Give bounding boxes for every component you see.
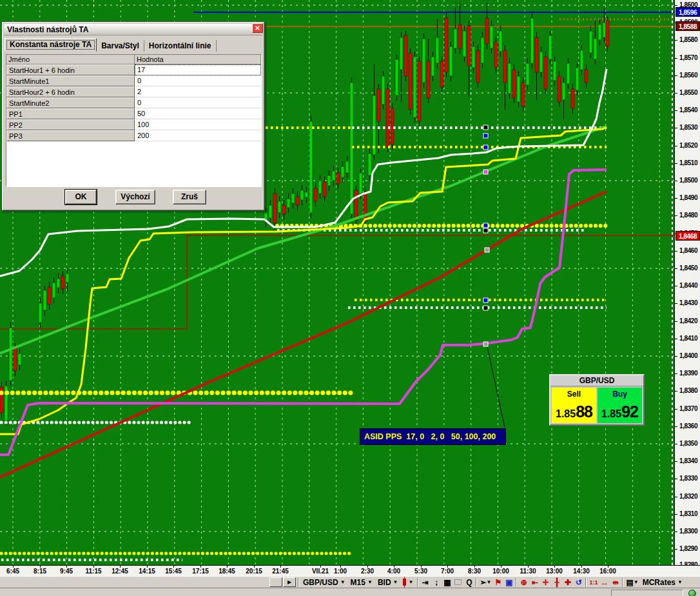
selection-handle (483, 306, 488, 310)
candle-body (305, 192, 308, 197)
candle-body (499, 31, 502, 52)
candle-body (544, 57, 547, 89)
price-label: 1,8550 (679, 89, 697, 96)
rates-source-dropdown[interactable]: MCRates▼ (640, 578, 685, 587)
param-name-cell: StartHour2 + 6 hodin (6, 86, 135, 97)
candle-body (481, 37, 484, 63)
page-setup-icon[interactable]: ▤▼ (625, 577, 639, 588)
time-label: 9:45 (60, 568, 73, 575)
scroll-blank-button[interactable] (269, 577, 282, 587)
candle-body (530, 18, 534, 63)
param-name-cell: StartMinute1 (6, 75, 135, 86)
chart-style-dropdown[interactable]: ▼ (400, 579, 416, 586)
arrows-expand-icon[interactable]: ↔ (599, 577, 610, 588)
timeframe-dropdown[interactable]: M15▼ (348, 578, 375, 587)
dialog-titlebar[interactable]: Vlastnosti nástrojů TA (4, 24, 262, 35)
symbol-dropdown[interactable]: GBP/USD▼ (300, 578, 348, 587)
buy-button[interactable]: Buy 1.8592 (598, 388, 642, 423)
candle-body (458, 25, 462, 48)
param-value-field[interactable]: 17 (135, 65, 261, 75)
param-value-field[interactable]: 200 (135, 130, 261, 141)
candle-body (39, 303, 42, 323)
crosshair-icon[interactable]: ✛ (540, 577, 551, 588)
selection-handle (483, 228, 488, 233)
buy-label: Buy (598, 388, 642, 399)
candle-body (427, 61, 430, 98)
param-value-field[interactable]: 100 (135, 119, 261, 130)
param-value-field[interactable]: 2 (135, 86, 261, 97)
time-label: 8:30 (468, 568, 481, 575)
price-highlight-badge: 1,8596 (676, 7, 700, 17)
candle-body (327, 175, 331, 186)
param-value-field[interactable]: 50 (135, 108, 261, 119)
param-value-field[interactable]: 0 (135, 75, 261, 86)
sell-button[interactable]: Sell 1.8588 (552, 388, 596, 423)
quote-symbol: GBP/USD (550, 375, 643, 386)
candle-body (318, 181, 322, 194)
plus-red-icon[interactable]: ✚ (562, 577, 573, 588)
candle-body (553, 61, 556, 81)
axis-tick (675, 391, 677, 392)
candle-body (431, 57, 434, 76)
param-value-field[interactable]: 0 (135, 97, 261, 108)
candle-body (517, 76, 520, 102)
fit-height-icon[interactable]: ↨ (431, 577, 442, 588)
price-type-dropdown-label: BID (378, 578, 391, 587)
default-button[interactable]: Výchozí (115, 190, 155, 204)
axis-tick (675, 5, 677, 6)
candle-body (422, 39, 425, 83)
time-label: 11:15 (85, 568, 101, 575)
marquee-icon[interactable] (452, 577, 463, 588)
arrows-contract-icon[interactable]: ⇹ (610, 577, 621, 588)
candle-body (341, 166, 344, 177)
zoom-in-icon[interactable]: ⊕ (518, 577, 529, 588)
scroll-forward-button[interactable]: ▶ (283, 577, 296, 587)
price-label: 1,8400 (679, 352, 697, 359)
buy-price: 1.8592 (598, 402, 642, 421)
pointer-icon[interactable]: ➢▼ (478, 577, 492, 588)
quote-q-icon[interactable]: Q (463, 577, 474, 588)
candle-body (278, 201, 281, 213)
candle-body (409, 53, 412, 110)
pin-icon[interactable]: ⚑ (492, 577, 503, 588)
tab-konstanta-n-stroje-ta[interactable]: Konstanta nástroje TA (5, 38, 97, 52)
time-label: 13:00 (546, 568, 563, 575)
candle-body (445, 18, 448, 72)
layout-squares-icon[interactable]: ▣ (503, 577, 514, 588)
ok-button[interactable]: OK (65, 190, 97, 204)
price-axis: 1,86001,85901,85801,85701,85601,85501,85… (674, 0, 700, 565)
param-name-cell: StartMinute2 (6, 97, 135, 108)
candle-body (535, 37, 538, 72)
double-crosshair-icon[interactable]: ╂ (551, 577, 562, 588)
price-label: 1,8300 (679, 528, 697, 535)
bottom-toolbar: ▶ GBP/USD▼ M15▼ BID▼ ▼ ⇥↨▦Q➢▼⚑▣⊕⇤✛╂✚↺1:1… (0, 576, 700, 588)
candle-body (567, 63, 570, 84)
rotate-icon[interactable]: ↺ (573, 577, 584, 588)
tab-barva-styl[interactable]: Barva/Styl (97, 40, 144, 52)
grid-icon[interactable]: ▦ (442, 577, 452, 588)
candle-body (345, 161, 349, 173)
candle-body (287, 199, 290, 208)
candle-body (476, 50, 480, 83)
axis-tick (675, 215, 677, 216)
zoom-fit-icon[interactable]: ⇤ (529, 577, 540, 588)
tab-horizont-ln-linie[interactable]: Horizontální linie (144, 40, 217, 52)
candle-body (355, 190, 358, 221)
cancel-button[interactable]: Zruš (173, 190, 206, 204)
candle-body (291, 194, 295, 203)
price-label: 1,8410 (679, 335, 697, 342)
one-to-one-icon[interactable]: 1:1 (588, 577, 599, 588)
column-header-value: Hodnota (135, 55, 261, 65)
candle-body (521, 83, 525, 106)
candle-body (418, 61, 421, 121)
candle-body (436, 37, 439, 63)
time-label: 6:45 (6, 568, 19, 575)
close-icon[interactable]: ✕ (252, 23, 263, 33)
price-label: 1,8380 (679, 387, 697, 394)
goto-end-icon[interactable]: ⇥ (420, 577, 431, 588)
price-type-dropdown[interactable]: BID▼ (375, 578, 401, 587)
toolbar-separator (417, 578, 418, 587)
chevron-down-icon: ▼ (393, 579, 398, 585)
candle-body (66, 273, 69, 283)
candle-body (14, 348, 17, 371)
